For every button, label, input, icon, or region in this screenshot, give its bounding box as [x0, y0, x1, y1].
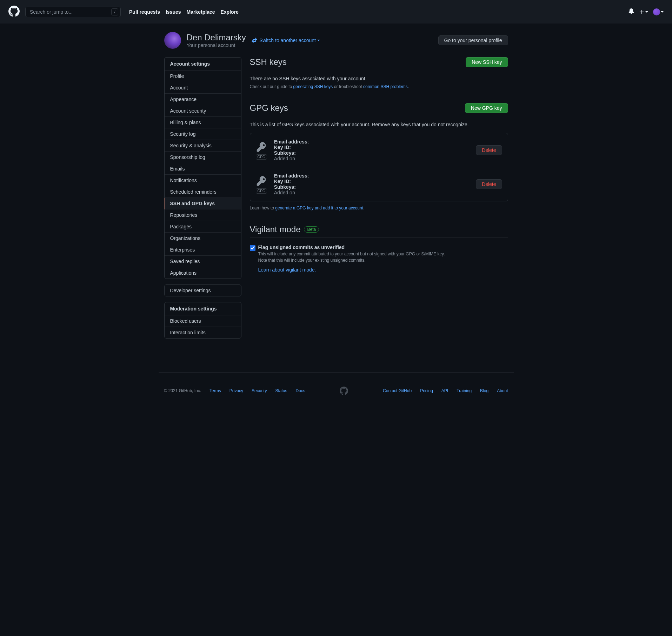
footer-about[interactable]: About	[497, 388, 508, 393]
github-logo[interactable]	[8, 6, 20, 18]
sidebar-item-appearance[interactable]: Appearance	[165, 94, 241, 105]
menu-heading: Moderation settings	[165, 302, 241, 315]
profile-subtitle: Your personal account	[187, 42, 246, 48]
caret-down-icon	[661, 11, 664, 13]
delete-gpg-key-button[interactable]: Delete	[476, 179, 502, 189]
email-label: Email address:	[274, 139, 309, 145]
account-settings-menu: Account settings Profile Account Appeara…	[164, 57, 241, 279]
notifications-button[interactable]	[628, 8, 634, 15]
email-label: Email address:	[274, 173, 309, 179]
footer-training[interactable]: Training	[457, 388, 472, 393]
new-ssh-key-button[interactable]: New SSH key	[466, 57, 508, 67]
slash-shortcut-icon: /	[111, 8, 118, 15]
switch-account-link[interactable]: Switch to another account	[252, 38, 320, 43]
search-input[interactable]	[26, 9, 111, 15]
sidebar-item-billing[interactable]: Billing & plans	[165, 117, 241, 128]
generating-ssh-keys-link[interactable]: generating SSH keys	[293, 84, 333, 89]
sidebar-item-scheduled-reminders[interactable]: Scheduled reminders	[165, 186, 241, 198]
ssh-guide-text: Check out our guide to generating SSH ke…	[250, 84, 508, 89]
sidebar-item-account-security[interactable]: Account security	[165, 105, 241, 117]
app-header: / Pull requests Issues Marketplace Explo…	[0, 0, 672, 24]
sidebar-item-notifications[interactable]: Notifications	[165, 175, 241, 186]
flag-unsigned-checkbox[interactable]	[250, 245, 255, 251]
github-mark-icon	[340, 387, 348, 395]
footer-blog[interactable]: Blog	[480, 388, 488, 393]
ssh-section: SSH keys New SSH key There are no SSH ke…	[250, 57, 508, 89]
key-icon	[256, 175, 267, 186]
sidebar-item-emails[interactable]: Emails	[165, 163, 241, 175]
footer-api[interactable]: API	[441, 388, 448, 393]
subkeys-label: Subkeys:	[274, 184, 296, 190]
footer-pricing[interactable]: Pricing	[420, 388, 433, 393]
sidebar-item-organizations[interactable]: Organizations	[165, 233, 241, 244]
goto-profile-button[interactable]: Go to your personal profile	[438, 35, 508, 45]
key-icon	[256, 141, 267, 152]
sidebar: Account settings Profile Account Appeara…	[164, 57, 241, 344]
github-mark-icon	[8, 6, 20, 17]
gpg-key-row: GPG Email address: Key ID: Subkeys: Adde…	[250, 133, 508, 167]
sidebar-item-interaction-limits[interactable]: Interaction limits	[165, 327, 241, 338]
footer-terms[interactable]: Terms	[209, 388, 221, 393]
gpg-title: GPG keys	[250, 103, 288, 113]
header-nav: Pull requests Issues Marketplace Explore	[126, 9, 241, 15]
sidebar-item-blocked-users[interactable]: Blocked users	[165, 315, 241, 327]
keyid-label: Key ID:	[274, 145, 291, 150]
profile-name: Den Delimarsky	[187, 33, 246, 42]
caret-down-icon	[645, 11, 648, 13]
sidebar-item-ssh-gpg-keys[interactable]: SSH and GPG keys	[165, 198, 241, 209]
gpg-badge: GPG	[256, 188, 267, 194]
sidebar-item-developer-settings[interactable]: Developer settings	[165, 285, 241, 296]
footer-docs[interactable]: Docs	[295, 388, 305, 393]
common-ssh-problems-link[interactable]: common SSH problems	[363, 84, 408, 89]
bell-icon	[628, 8, 634, 14]
vigilant-desc-1: This will include any commit attributed …	[258, 252, 445, 256]
footer: © 2021 GitHub, Inc. Terms Privacy Securi…	[159, 372, 514, 409]
sidebar-item-security-log[interactable]: Security log	[165, 128, 241, 140]
delete-gpg-key-button[interactable]: Delete	[476, 145, 502, 155]
footer-security[interactable]: Security	[252, 388, 267, 393]
sidebar-item-applications[interactable]: Applications	[165, 267, 241, 279]
generate-gpg-key-link[interactable]: generate a GPG key and add it to your ac…	[275, 206, 363, 210]
sidebar-item-security-analysis[interactable]: Security & analysis	[165, 140, 241, 152]
sidebar-item-repositories[interactable]: Repositories	[165, 209, 241, 221]
caret-down-icon	[317, 40, 320, 41]
footer-status[interactable]: Status	[275, 388, 287, 393]
subkeys-label: Subkeys:	[274, 150, 296, 156]
gpg-intro: This is a list of GPG keys associated wi…	[250, 122, 508, 127]
create-new-dropdown[interactable]	[639, 9, 648, 15]
sidebar-item-packages[interactable]: Packages	[165, 221, 241, 233]
sidebar-item-sponsorship-log[interactable]: Sponsorship log	[165, 152, 241, 163]
vigilant-title: Vigilant mode	[250, 225, 301, 234]
sidebar-item-saved-replies[interactable]: Saved replies	[165, 256, 241, 267]
sidebar-item-profile[interactable]: Profile	[165, 71, 241, 82]
footer-contact[interactable]: Contact GitHub	[383, 388, 412, 393]
search-box[interactable]: /	[25, 7, 121, 17]
gpg-section: GPG keys New GPG key This is a list of G…	[250, 103, 508, 210]
main-content: SSH keys New SSH key There are no SSH ke…	[250, 57, 508, 344]
added-on-label: Added on	[274, 190, 476, 195]
learn-vigilant-mode-link[interactable]: Learn about vigilant mode.	[258, 267, 445, 273]
moderation-settings-menu: Moderation settings Blocked users Intera…	[164, 302, 241, 339]
nav-pull-requests[interactable]: Pull requests	[126, 9, 163, 15]
avatar-icon	[653, 8, 660, 15]
sidebar-item-account[interactable]: Account	[165, 82, 241, 94]
beta-badge: Beta	[304, 226, 319, 233]
footer-privacy[interactable]: Privacy	[229, 388, 243, 393]
user-menu-dropdown[interactable]	[653, 8, 664, 15]
menu-heading: Account settings	[165, 58, 241, 71]
vigilant-desc-2: Note that this will include your existin…	[258, 258, 445, 263]
developer-settings-menu: Developer settings	[164, 284, 241, 296]
gpg-badge: GPG	[256, 154, 267, 160]
ssh-title: SSH keys	[250, 57, 287, 67]
nav-issues[interactable]: Issues	[163, 9, 184, 15]
profile-avatar	[164, 32, 181, 49]
keyid-label: Key ID:	[274, 179, 291, 184]
nav-marketplace[interactable]: Marketplace	[184, 9, 218, 15]
arrows-switch-icon	[252, 38, 257, 43]
sidebar-item-enterprises[interactable]: Enterprises	[165, 244, 241, 256]
nav-explore[interactable]: Explore	[218, 9, 241, 15]
new-gpg-key-button[interactable]: New GPG key	[465, 103, 508, 113]
gpg-key-list: GPG Email address: Key ID: Subkeys: Adde…	[250, 133, 508, 201]
gpg-key-row: GPG Email address: Key ID: Subkeys: Adde…	[250, 167, 508, 201]
flag-unsigned-label: Flag unsigned commits as unverified	[258, 245, 445, 250]
